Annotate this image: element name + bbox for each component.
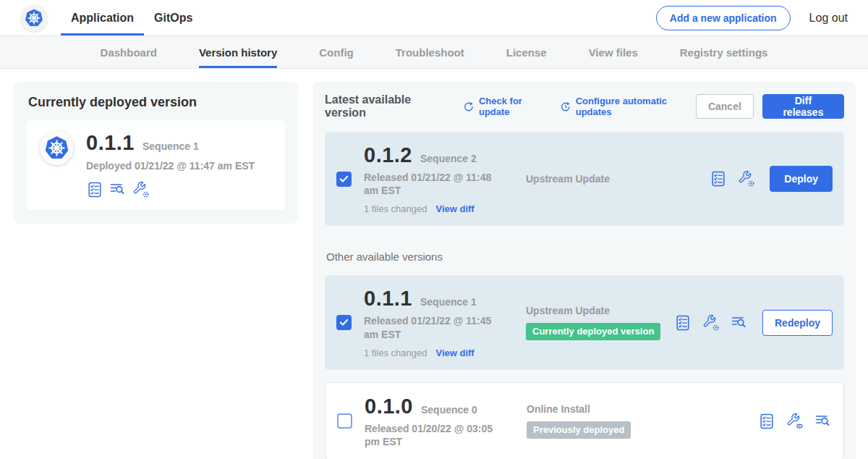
version-source-label: Upstream Update <box>526 173 710 185</box>
previously-deployed-badge: Previously deployed <box>527 421 631 439</box>
version-card-0-1-0: 0.1.0 Sequence 0 Released 01/20/22 @ 03:… <box>325 382 844 459</box>
currently-deployed-badge: Currently deployed version <box>526 323 660 340</box>
version-number: 0.1.0 <box>365 395 413 418</box>
release-notes-icon[interactable] <box>674 314 692 332</box>
subnav-tab-troubleshoot[interactable]: Troubleshoot <box>396 36 464 68</box>
version-card-0-1-2: 0.1.2 Sequence 2 Released 01/21/22 @ 11:… <box>325 132 844 226</box>
kubernetes-logo <box>20 4 48 32</box>
app-subnav: Dashboard Version history Config Trouble… <box>0 36 868 69</box>
version-number: 0.1.1 <box>364 287 412 311</box>
add-new-application-button[interactable]: Add a new application <box>656 6 791 30</box>
subnav-tab-view-files[interactable]: View files <box>589 36 638 68</box>
sequence-label: Sequence 1 <box>420 296 477 308</box>
version-checkbox[interactable] <box>336 315 352 330</box>
subnav-tab-dashboard[interactable]: Dashboard <box>101 36 157 68</box>
edit-config-icon[interactable] <box>132 181 150 198</box>
sequence-label: Sequence 2 <box>420 153 477 164</box>
deployed-version-number: 0.1.1 <box>86 131 135 155</box>
diff-releases-button[interactable]: Diff releases <box>762 94 844 119</box>
check-for-update-link[interactable]: Check for update <box>463 96 550 117</box>
released-timestamp: Released 01/20/22 @ 03:05 pm EST <box>365 422 507 448</box>
release-notes-icon[interactable] <box>758 413 775 430</box>
currently-deployed-title: Currently deployed version <box>28 95 285 110</box>
version-card-0-1-1: 0.1.1 Sequence 1 Released 01/21/22 @ 11:… <box>325 275 844 369</box>
subnav-tab-registry-settings[interactable]: Registry settings <box>680 36 768 68</box>
subnav-tab-config[interactable]: Config <box>319 36 353 68</box>
view-config-icon[interactable] <box>786 413 804 430</box>
edit-config-icon[interactable] <box>702 314 720 332</box>
redeploy-button[interactable]: Redeploy <box>762 310 833 336</box>
tab-gitops-label: GitOps <box>154 12 192 25</box>
release-notes-icon[interactable] <box>710 170 727 188</box>
release-notes-icon[interactable] <box>86 181 103 198</box>
deploy-logs-icon[interactable] <box>814 413 832 430</box>
files-changed-label: 1 files changed <box>364 348 427 358</box>
tab-application-label: Application <box>71 12 134 25</box>
deployed-timestamp: Deployed 01/21/22 @ 11:47 am EST <box>86 160 255 172</box>
version-checkbox[interactable] <box>336 172 352 187</box>
refresh-icon <box>463 101 475 113</box>
deploy-logs-icon[interactable] <box>731 314 748 332</box>
released-timestamp: Released 01/21/22 @ 11:45 am EST <box>364 314 506 340</box>
view-diff-link[interactable]: View diff <box>435 348 474 358</box>
view-diff-link[interactable]: View diff <box>435 203 474 214</box>
sequence-label: Sequence 0 <box>421 404 477 416</box>
released-timestamp: Released 01/21/22 @ 11:48 am EST <box>364 171 506 197</box>
version-source-label: Online Install <box>527 403 758 415</box>
top-nav: Application GitOps Add a new application… <box>0 0 868 36</box>
deploy-button[interactable]: Deploy <box>770 166 833 192</box>
files-changed-label: 1 files changed <box>364 203 427 214</box>
latest-available-title: Latest available version <box>325 93 446 119</box>
subnav-tab-license[interactable]: License <box>506 36 547 68</box>
auto-update-clock-icon <box>560 101 571 113</box>
version-source-label: Upstream Update <box>526 305 674 316</box>
currently-deployed-panel: Currently deployed version 0.1.1 Sequenc… <box>14 82 298 224</box>
tab-gitops[interactable]: GitOps <box>144 0 203 35</box>
logout-link[interactable]: Log out <box>809 12 848 25</box>
deployed-sequence-label: Sequence 1 <box>142 140 199 152</box>
main-content: Currently deployed version 0.1.1 Sequenc… <box>0 69 868 459</box>
app-logo <box>40 131 74 165</box>
configure-auto-updates-link[interactable]: Configure automatic updates <box>560 96 696 117</box>
deploy-logs-icon[interactable] <box>109 181 127 198</box>
cancel-button[interactable]: Cancel <box>696 94 754 119</box>
deployed-version-card: 0.1.1 Sequence 1 Deployed 01/21/22 @ 11:… <box>27 120 285 211</box>
edit-config-icon[interactable] <box>738 170 755 188</box>
version-checkbox[interactable] <box>337 413 352 429</box>
available-versions-panel: Latest available version Check for updat… <box>313 82 856 459</box>
subnav-tab-version-history[interactable]: Version history <box>199 36 277 68</box>
other-versions-title: Other available versions <box>326 250 844 263</box>
tab-application[interactable]: Application <box>61 0 144 35</box>
version-number: 0.1.2 <box>364 143 412 167</box>
